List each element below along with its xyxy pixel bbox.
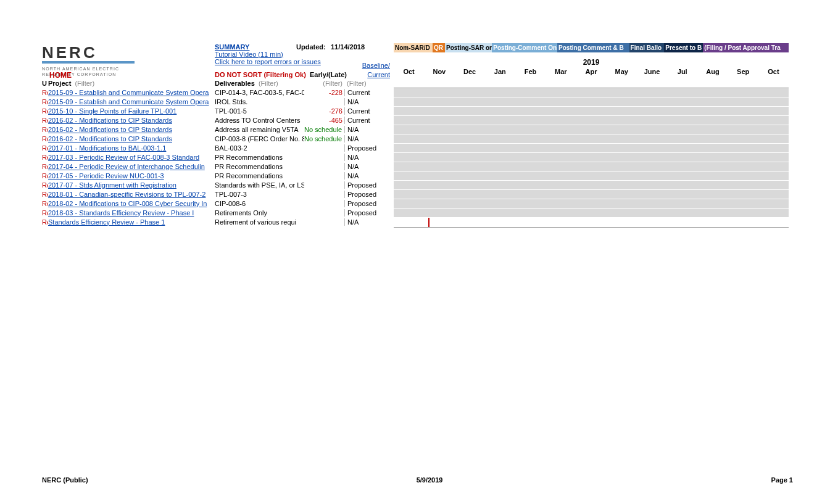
month-june: June	[637, 68, 667, 75]
row-u: Re	[42, 218, 48, 226]
deliverable-cell: CIP-003-8 (FERC Order No. 84	[215, 135, 304, 143]
project-link[interactable]: Standards Efficiency Review - Phase 1	[48, 218, 165, 226]
gantt-row	[394, 153, 789, 162]
deliverable-cell: BAL-003-2	[215, 144, 304, 152]
status-cell: N/A	[344, 126, 386, 133]
legend-posting-comment-b: Posting Comment & B	[557, 43, 629, 52]
project-link[interactable]: 2017-07 - Stds Alignment with Registrati…	[48, 181, 176, 189]
logo-text: NERC	[42, 43, 215, 62]
project-link[interactable]: 2018-02 - Modifications to CIP-008 Cyber…	[48, 200, 207, 207]
project-link[interactable]: 2017-03 - Periodic Review of FAC-008-3 S…	[48, 154, 199, 161]
status-cell: N/A	[344, 218, 386, 226]
legend-final-ballot: Final Ballo	[629, 43, 665, 52]
status-cell: Current	[344, 89, 386, 96]
project-filter[interactable]: (Filter)	[75, 80, 94, 87]
legend-posting-comment-only: Posting-Comment Onl	[492, 43, 557, 52]
status-cell: N/A	[344, 154, 386, 161]
early-late-cell: -465	[304, 117, 344, 124]
row-u: Re	[42, 126, 48, 133]
updated-label: Updated:	[296, 43, 326, 51]
row-u: Re	[42, 191, 48, 198]
gantt-row	[394, 97, 789, 107]
early-late-cell: No schedule	[304, 126, 344, 133]
gantt-row	[394, 171, 789, 181]
legend-filing: (Filing / Post Approval Tra	[703, 43, 789, 52]
gantt-row	[394, 218, 789, 227]
col-project-header: Project (Filter)	[48, 80, 215, 87]
row-u: Re	[42, 117, 48, 124]
row-u: Re	[42, 89, 48, 96]
gantt-row	[394, 116, 789, 125]
month-feb: Feb	[515, 68, 546, 75]
month-sep: Sep	[728, 68, 758, 75]
project-link[interactable]: 2016-02 - Modifications to CIP Standards	[48, 135, 172, 143]
table-row: Re2015-09 - Establish and Communicate Sy…	[42, 97, 391, 106]
page-footer: NERC (Public) 5/9/2019 Page 1	[42, 476, 793, 484]
month-header-row: OctNovDecJanFebMarAprMayJuneJulAugSepOct	[394, 68, 789, 75]
deliverables-filter[interactable]: (Filter)	[259, 80, 278, 87]
project-link[interactable]: 2015-09 - Establish and Communicate Syst…	[48, 89, 209, 96]
footer-left: NERC (Public)	[42, 476, 88, 484]
table-row: ReStandards Efficiency Review - Phase 1R…	[42, 217, 391, 226]
status-cell: Proposed	[344, 144, 386, 152]
summary-link[interactable]: SUMMARY	[215, 43, 249, 51]
status-cell: Proposed	[344, 200, 386, 207]
project-link[interactable]: 2016-02 - Modifications to CIP Standards	[48, 126, 172, 133]
month-jan: Jan	[485, 68, 515, 75]
deliverable-cell: TPL-001-5	[215, 107, 304, 115]
early-late-cell: No schedule	[304, 135, 344, 143]
table-row: Re2017-03 - Periodic Review of FAC-008-3…	[42, 152, 391, 162]
month-oct: Oct	[394, 68, 424, 75]
status-cell: Current	[344, 107, 386, 115]
table-row: Re2015-10 - Single Points of Failure TPL…	[42, 106, 391, 115]
deliverable-cell: IROL Stds.	[215, 98, 304, 105]
status-cell: Proposed	[344, 191, 386, 198]
footer-right: Page 1	[771, 476, 793, 484]
deliverable-cell: Standards with PSE, IA, or LS	[215, 181, 304, 189]
gantt-row	[394, 107, 789, 116]
gantt-row	[394, 88, 789, 97]
today-marker	[428, 218, 430, 227]
month-jul: Jul	[667, 68, 697, 75]
project-link[interactable]: 2017-01 - Modifications to BAL-003-1.1	[48, 144, 166, 152]
report-errors-link[interactable]: Click here to report errors or issues	[215, 58, 321, 65]
project-link[interactable]: 2018-03 - Standards Efficiency Review - …	[48, 209, 194, 217]
table-row: Re2016-02 - Modifications to CIP Standar…	[42, 115, 391, 125]
project-link[interactable]: 2017-04 - Periodic Review of Interchange…	[48, 163, 205, 170]
legend-bar: Nom-SAR/D QR Posting-SAR or PI Posting-C…	[394, 43, 789, 52]
table-row: Re2017-04 - Periodic Review of Interchan…	[42, 162, 391, 171]
status-filter[interactable]: (Filter)	[344, 80, 386, 87]
early-filter[interactable]: (Filter)	[304, 80, 344, 87]
project-link[interactable]: 2015-09 - Establish and Communicate Syst…	[48, 98, 209, 105]
deliverable-cell: Retirement of various requi	[215, 218, 304, 226]
project-link[interactable]: 2015-10 - Single Points of Failure TPL-0…	[48, 107, 176, 115]
current-link[interactable]: Current	[367, 71, 390, 78]
status-cell: N/A	[344, 98, 386, 105]
row-u: Re	[42, 163, 48, 170]
deliverable-cell: PR Recommendations	[215, 172, 304, 180]
project-link[interactable]: 2018-01 - Canadian-specific Revisions to…	[48, 191, 205, 198]
gantt-row	[394, 190, 789, 199]
col-deliverables-header: Deliverables (Filter)	[215, 80, 304, 87]
status-cell: N/A	[344, 172, 386, 180]
deliverable-cell: PR Recommendations	[215, 154, 304, 161]
baseline-link[interactable]: Baseline/	[362, 62, 390, 69]
legend-qr: QR	[433, 43, 445, 52]
row-u: Re	[42, 107, 48, 115]
row-u: Re	[42, 172, 48, 180]
status-cell: Proposed	[344, 209, 386, 217]
updated-value: 11/14/2018	[331, 43, 365, 51]
do-not-sort-label: DO NOT SORT (Filtering Ok)	[215, 71, 306, 78]
project-link[interactable]: 2016-02 - Modifications to CIP Standards	[48, 117, 172, 124]
row-u: Re	[42, 154, 48, 161]
gantt-row	[394, 162, 789, 171]
gantt-row	[394, 144, 789, 153]
month-apr: Apr	[576, 68, 606, 75]
row-u: Re	[42, 200, 48, 207]
status-cell: Current	[344, 117, 386, 124]
tutorial-link[interactable]: Tutorial Video (11 min)	[215, 51, 283, 58]
table-row: Re2016-02 - Modifications to CIP Standar…	[42, 125, 391, 134]
project-link[interactable]: 2017-05 - Periodic Review NUC-001-3	[48, 172, 164, 180]
table-row: Re2017-07 - Stds Alignment with Registra…	[42, 180, 391, 189]
deliverable-cell: CIP-014-3, FAC-003-5, FAC-01	[215, 89, 304, 96]
